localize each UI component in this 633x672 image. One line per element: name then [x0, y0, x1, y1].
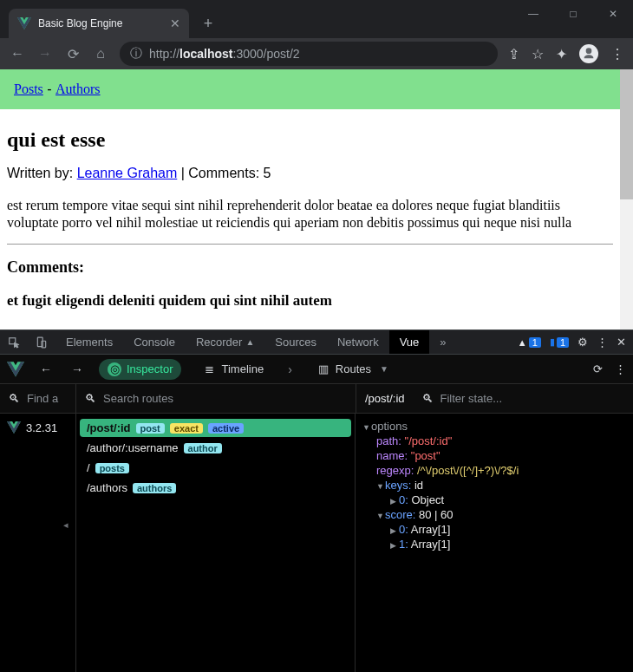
- search-routes-input[interactable]: [103, 392, 347, 405]
- refresh-icon[interactable]: ⟳: [593, 362, 603, 375]
- search-icon: 🔍︎: [422, 392, 434, 405]
- nav-bar: Posts - Authors: [0, 69, 620, 109]
- vue-icon: [7, 421, 21, 434]
- extensions-icon[interactable]: ✦: [556, 46, 567, 62]
- tab-elements[interactable]: Elements: [55, 330, 123, 354]
- post-meta: Written by: Leanne Graham | Comments: 5: [0, 152, 620, 181]
- vue-icon: [7, 361, 24, 378]
- subnav-inspector[interactable]: ◎Inspector: [99, 359, 181, 380]
- routes-list: /post/:idpostexactactive/author/:usernam…: [76, 414, 356, 672]
- share-icon[interactable]: ⇪: [508, 46, 519, 62]
- vue-version[interactable]: 3.2.31: [7, 421, 69, 434]
- nav-link-authors[interactable]: Authors: [55, 82, 101, 96]
- reload-button[interactable]: ⟳: [64, 45, 82, 62]
- apps-column: 3.2.31 ◂: [0, 414, 76, 672]
- route-tag: author: [184, 443, 222, 453]
- route-path: /author/:username: [87, 441, 179, 454]
- tab-vue[interactable]: Vue: [389, 330, 430, 354]
- route-path: /: [87, 461, 90, 474]
- state-tree: ▼options path: "/post/:id" name: "post" …: [356, 414, 633, 672]
- url-text: http://localhost:3000/post/2: [149, 47, 300, 61]
- warnings-badge[interactable]: ▲1: [518, 337, 541, 348]
- close-window-button[interactable]: ✕: [593, 0, 633, 28]
- vue-subnav: ← → ◎Inspector ≣Timeline › ▥Routes▼ ⟳ ⋮: [0, 355, 633, 384]
- vue-icon: [17, 16, 31, 30]
- subnav-routes[interactable]: ▥Routes▼: [308, 359, 397, 380]
- route-tag: exact: [170, 423, 203, 434]
- route-tag: authors: [133, 483, 176, 493]
- route-row[interactable]: /authorsauthors: [80, 479, 351, 497]
- devtools-tabstrip: Elements Console Recorder ▲ Sources Netw…: [0, 330, 633, 355]
- subnav-timeline[interactable]: ≣Timeline: [193, 359, 272, 380]
- devtools-settings-icon[interactable]: ⚙: [578, 336, 588, 349]
- forward-button[interactable]: →: [36, 45, 54, 62]
- back-button[interactable]: ←: [9, 45, 26, 62]
- route-row[interactable]: /author/:usernameauthor: [80, 439, 351, 457]
- route-row[interactable]: /posts: [80, 459, 351, 477]
- more-icon[interactable]: ⋮: [615, 362, 626, 375]
- filter-row: 🔍︎ 🔍︎ /post/:id🔍︎: [0, 384, 633, 414]
- route-tag: post: [136, 423, 165, 434]
- browser-titlebar: Basic Blog Engine ✕ + — □ ✕: [0, 0, 633, 38]
- post-title: qui est esse: [0, 109, 620, 152]
- maximize-button[interactable]: □: [553, 0, 593, 28]
- new-tab-button[interactable]: +: [196, 11, 220, 36]
- home-button[interactable]: ⌂: [92, 45, 109, 62]
- comment-title: et fugit eligendi deleniti quidem qui si…: [0, 277, 620, 310]
- comments-heading: Comments:: [0, 245, 620, 277]
- page-scrollbar[interactable]: [620, 69, 633, 329]
- search-icon: 🔍︎: [9, 392, 20, 405]
- tab-recorder[interactable]: Recorder ▲: [186, 330, 264, 354]
- tab-network[interactable]: Network: [327, 330, 389, 354]
- address-bar[interactable]: ⓘ http://localhost:3000/post/2: [120, 42, 498, 66]
- routes-icon: ▥: [316, 362, 330, 376]
- device-toggle-icon[interactable]: [28, 336, 55, 349]
- browser-tab[interactable]: Basic Blog Engine ✕: [9, 9, 189, 38]
- window-controls: — □ ✕: [513, 0, 633, 28]
- history-back-icon[interactable]: ←: [36, 362, 55, 376]
- chevron-down-icon: ▼: [380, 364, 388, 374]
- timeline-icon: ≣: [202, 362, 216, 376]
- tab-close-icon[interactable]: ✕: [170, 16, 180, 30]
- page-content: Posts - Authors qui est esse Written by:…: [0, 69, 620, 310]
- tab-sources[interactable]: Sources: [264, 330, 327, 354]
- route-tag: active: [208, 423, 244, 434]
- route-path: /authors: [87, 481, 127, 494]
- site-info-icon[interactable]: ⓘ: [130, 46, 142, 62]
- devtools-menu-icon[interactable]: ⋮: [597, 336, 608, 349]
- bookmark-icon[interactable]: ☆: [532, 46, 544, 62]
- find-apps-input[interactable]: [27, 392, 67, 405]
- nav-link-posts[interactable]: Posts: [14, 82, 43, 96]
- info-badge[interactable]: ▮1: [550, 336, 569, 348]
- minimize-button[interactable]: —: [513, 0, 553, 28]
- browser-toolbar: ← → ⟳ ⌂ ⓘ http://localhost:3000/post/2 ⇪…: [0, 38, 633, 69]
- search-icon: 🔍︎: [85, 392, 96, 405]
- author-link[interactable]: Leanne Graham: [77, 166, 178, 180]
- history-forward-icon[interactable]: →: [68, 362, 87, 376]
- toolbar-actions: ⇪ ☆ ✦ ⋮: [508, 44, 624, 63]
- page-viewport: Posts - Authors qui est esse Written by:…: [0, 69, 633, 329]
- profile-avatar[interactable]: [579, 44, 598, 63]
- browser-menu-icon[interactable]: ⋮: [610, 46, 624, 62]
- route-tag: posts: [95, 463, 129, 473]
- devtools-panel: Elements Console Recorder ▲ Sources Netw…: [0, 329, 633, 672]
- tab-title: Basic Blog Engine: [38, 17, 122, 29]
- collapse-icon[interactable]: ◂: [7, 519, 69, 531]
- target-icon: ◎: [108, 362, 121, 376]
- post-body: est rerum tempore vitae sequi sint nihil…: [0, 181, 620, 232]
- route-path: /post/:id: [87, 421, 131, 434]
- inspect-element-icon[interactable]: [0, 336, 28, 349]
- tab-overflow[interactable]: »: [429, 330, 456, 354]
- current-route-label: /post/:id: [365, 392, 405, 405]
- route-row[interactable]: /post/:idpostexactactive: [80, 419, 351, 437]
- chevron-right-icon[interactable]: ›: [284, 362, 296, 376]
- filter-state-input[interactable]: [440, 392, 536, 405]
- tab-console[interactable]: Console: [123, 330, 186, 354]
- devtools-close-icon[interactable]: ✕: [617, 336, 626, 349]
